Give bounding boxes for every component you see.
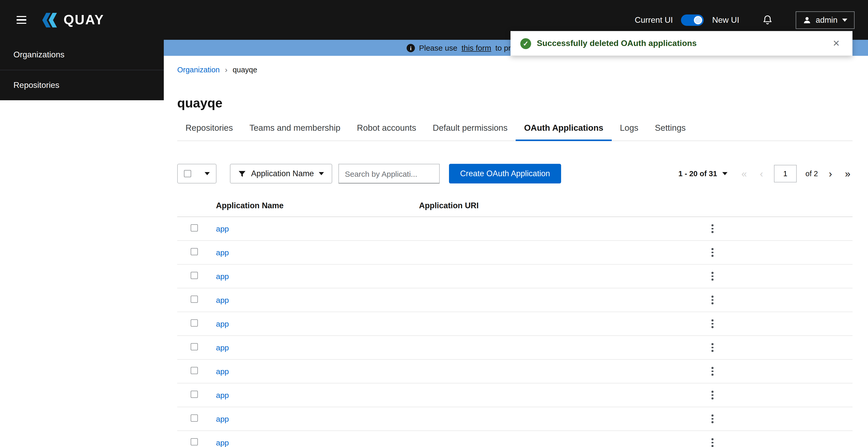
tab-default-permissions[interactable]: Default permissions: [425, 122, 516, 141]
brand-name: QUAY: [64, 12, 104, 28]
search-input[interactable]: [339, 164, 440, 183]
table-row: app: [177, 407, 852, 431]
application-link[interactable]: app: [216, 343, 229, 352]
quay-logo-icon: [41, 11, 58, 29]
close-icon[interactable]: ×: [830, 37, 843, 50]
row-checkbox[interactable]: [191, 248, 198, 255]
header-application-name: Application Name: [206, 201, 409, 210]
bulk-select-checkbox[interactable]: [184, 170, 191, 177]
kebab-menu-icon[interactable]: [709, 269, 716, 283]
toast-message: Successfully deleted OAuth applications: [537, 39, 697, 48]
page-title: quayqe: [177, 96, 852, 111]
current-ui-label: Current UI: [635, 15, 673, 25]
row-checkbox[interactable]: [191, 224, 198, 231]
last-page-button[interactable]: »: [843, 168, 852, 180]
kebab-menu-icon[interactable]: [709, 317, 716, 331]
banner-text-prefix: Please use: [419, 43, 457, 52]
user-icon: [803, 16, 811, 24]
table-row: app: [177, 288, 852, 312]
notifications-button[interactable]: [759, 14, 776, 26]
kebab-menu-icon[interactable]: [709, 388, 716, 402]
row-checkbox[interactable]: [191, 319, 198, 326]
row-checkbox[interactable]: [191, 414, 198, 421]
page-total-label: of 2: [805, 170, 818, 178]
application-link[interactable]: app: [216, 295, 229, 304]
table-row: app: [177, 431, 852, 447]
tab-settings[interactable]: Settings: [647, 122, 694, 141]
chevron-down-icon: [842, 18, 847, 22]
application-link[interactable]: app: [216, 319, 229, 328]
tab-logs[interactable]: Logs: [612, 122, 647, 141]
chevron-down-icon: [205, 172, 210, 175]
info-circle-icon: i: [407, 44, 415, 52]
masthead-right: Current UI New UI admin: [635, 11, 855, 29]
row-checkbox[interactable]: [191, 438, 198, 445]
breadcrumb-organization-link[interactable]: Organization: [177, 65, 220, 73]
application-link[interactable]: app: [216, 224, 229, 233]
username: admin: [816, 15, 838, 25]
breadcrumb-current: quayqe: [232, 65, 257, 73]
row-checkbox[interactable]: [191, 272, 198, 279]
kebab-menu-icon[interactable]: [709, 222, 716, 236]
next-page-button[interactable]: ›: [827, 168, 834, 180]
new-ui-label: New UI: [712, 15, 739, 25]
quay-logo[interactable]: QUAY: [41, 11, 104, 29]
table-row: app: [177, 383, 852, 407]
kebab-menu-icon[interactable]: [709, 340, 716, 355]
table-row: app: [177, 241, 852, 265]
kebab-menu-icon[interactable]: [709, 293, 716, 307]
create-oauth-application-button[interactable]: Create OAuth Application: [449, 164, 561, 183]
pagination: 1 - 20 of 31 « ‹ of 2 › »: [675, 165, 852, 182]
sidebar: Organizations Repositories: [0, 40, 164, 100]
table-header-row: Application Name Application URI: [177, 195, 852, 217]
first-page-button[interactable]: «: [739, 168, 749, 180]
main-area: i Please use this form to pro Organizati…: [164, 40, 868, 447]
oauth-applications-table: Application Name Application URI app app: [177, 195, 852, 447]
quay-app: QUAY Current UI New UI admin: [0, 0, 868, 447]
user-menu[interactable]: admin: [796, 11, 855, 29]
check-circle-icon: ✓: [520, 38, 531, 49]
bulk-select-dropdown[interactable]: [177, 164, 216, 183]
table-row: app: [177, 360, 852, 383]
breadcrumb-separator-icon: ›: [225, 65, 227, 74]
tab-teams-and-membership[interactable]: Teams and membership: [241, 122, 348, 141]
tab-oauth-applications[interactable]: OAuth Applications: [516, 122, 612, 141]
kebab-menu-icon[interactable]: [709, 412, 716, 426]
table-row: app: [177, 217, 852, 241]
sidebar-item-organizations[interactable]: Organizations: [0, 40, 164, 70]
application-link[interactable]: app: [216, 367, 229, 376]
hamburger-menu-icon[interactable]: [13, 13, 29, 27]
filter-dropdown[interactable]: Application Name: [230, 164, 333, 183]
page-number-input[interactable]: [774, 165, 797, 182]
table-row: app: [177, 312, 852, 336]
sidebar-item-repositories[interactable]: Repositories: [0, 70, 164, 100]
row-checkbox[interactable]: [191, 343, 198, 350]
table-row: app: [177, 265, 852, 288]
pagination-summary: 1 - 20 of 31: [678, 170, 717, 178]
tab-repositories[interactable]: Repositories: [177, 122, 241, 141]
ui-toggle-switch[interactable]: [681, 14, 704, 26]
row-checkbox[interactable]: [191, 295, 198, 303]
application-link[interactable]: app: [216, 390, 229, 399]
toolbar: Application Name Create OAuth Applicatio…: [177, 164, 852, 183]
tab-robot-accounts[interactable]: Robot accounts: [349, 122, 425, 141]
previous-page-button[interactable]: ‹: [758, 168, 765, 180]
pagination-menu-toggle[interactable]: 1 - 20 of 31: [675, 169, 731, 178]
kebab-menu-icon[interactable]: [709, 364, 716, 378]
row-checkbox[interactable]: [191, 367, 198, 374]
header-application-uri: Application URI: [409, 201, 699, 210]
row-checkbox[interactable]: [191, 390, 198, 398]
application-link[interactable]: app: [216, 248, 229, 257]
chevron-down-icon: [722, 172, 727, 175]
kebab-menu-icon[interactable]: [709, 436, 716, 447]
success-toast: ✓ Successfully deleted OAuth application…: [510, 31, 852, 56]
application-link[interactable]: app: [216, 414, 229, 423]
banner-feedback-link[interactable]: this form: [461, 43, 491, 52]
bell-icon: [762, 14, 773, 25]
filter-label: Application Name: [251, 169, 314, 178]
breadcrumb: Organization › quayqe: [177, 65, 852, 74]
chevron-down-icon: [319, 172, 324, 175]
application-link[interactable]: app: [216, 272, 229, 280]
application-link[interactable]: app: [216, 438, 229, 447]
kebab-menu-icon[interactable]: [709, 245, 716, 260]
